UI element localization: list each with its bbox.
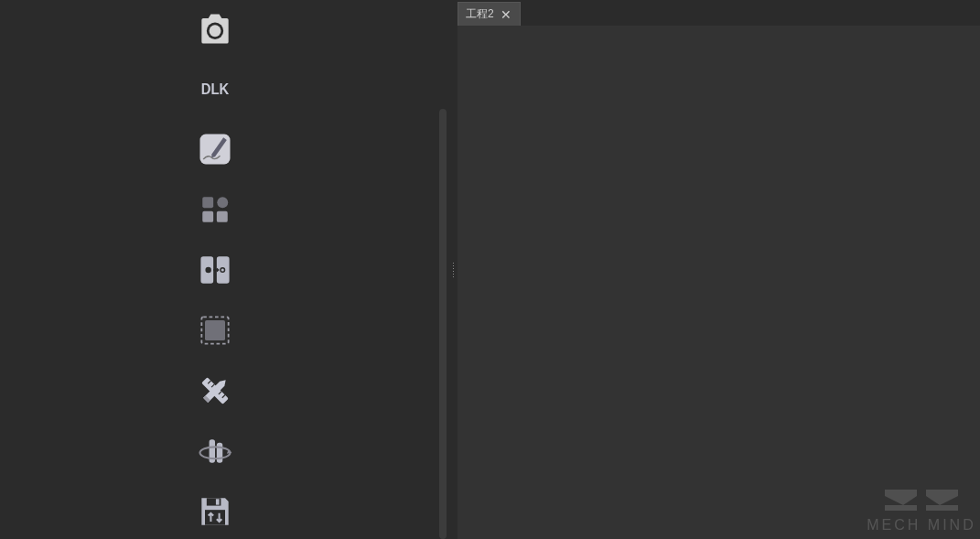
tab-label: 工程2 — [466, 6, 494, 22]
svg-rect-25 — [216, 499, 220, 504]
measure-icon — [195, 371, 235, 415]
tool-palette: DLK — [194, 9, 236, 534]
splitter-handle-icon — [453, 263, 454, 277]
tool-dlk[interactable]: DLK — [194, 70, 236, 112]
svg-rect-22 — [217, 443, 222, 463]
save-transfer-icon — [195, 491, 235, 535]
svg-rect-7 — [217, 211, 228, 222]
svg-rect-27 — [885, 505, 917, 511]
tab-bar: 工程2 ✕ — [458, 0, 980, 26]
svg-rect-13 — [205, 320, 225, 340]
dlk-icon: DLK — [195, 69, 235, 113]
tab-project2[interactable]: 工程2 ✕ — [458, 2, 521, 26]
tool-measure[interactable] — [194, 372, 236, 414]
svg-rect-6 — [202, 211, 213, 222]
app-container: DLK — [0, 0, 980, 539]
close-icon[interactable]: ✕ — [500, 8, 512, 21]
svg-point-1 — [210, 25, 221, 37]
svg-rect-26 — [205, 510, 225, 525]
tool-draw[interactable] — [194, 130, 236, 172]
svg-point-5 — [217, 197, 228, 208]
tool-camera[interactable] — [194, 9, 236, 51]
tool-shapes[interactable] — [194, 190, 236, 232]
tool-rotate3d[interactable] — [194, 432, 236, 474]
svg-rect-3 — [200, 135, 231, 165]
tool-save-transfer[interactable] — [194, 492, 236, 534]
left-panel-scrollbar[interactable] — [439, 109, 447, 539]
right-panel: 工程2 ✕ MECH MIND — [458, 0, 980, 539]
rotate3d-icon — [195, 431, 235, 475]
brand-text: MECH MIND — [867, 517, 975, 534]
brand-watermark: MECH MIND — [867, 485, 976, 534]
draw-icon — [195, 129, 235, 173]
tool-frame[interactable] — [194, 311, 236, 353]
camera-icon — [195, 8, 235, 52]
shapes-icon — [195, 189, 235, 233]
svg-rect-28 — [926, 505, 958, 511]
tool-split[interactable] — [194, 251, 236, 293]
svg-point-10 — [205, 267, 210, 273]
svg-text:DLK: DLK — [201, 79, 230, 96]
left-panel: DLK — [0, 0, 448, 539]
split-icon — [195, 250, 235, 294]
canvas-area[interactable]: MECH MIND — [458, 26, 980, 539]
panel-splitter[interactable] — [448, 0, 458, 539]
frame-icon — [195, 310, 235, 354]
mechmind-logo-icon — [867, 485, 976, 517]
svg-rect-4 — [202, 197, 213, 208]
